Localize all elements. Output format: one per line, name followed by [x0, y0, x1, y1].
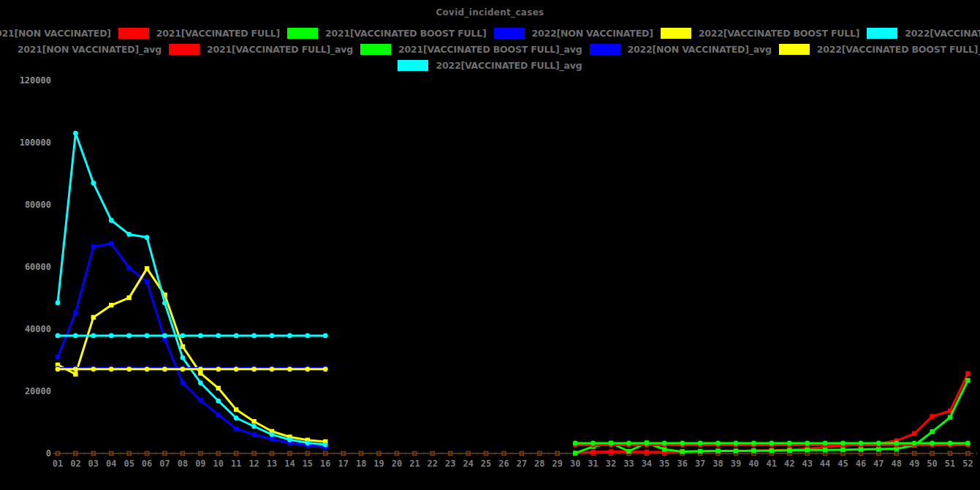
- data-point-marker: [234, 426, 238, 431]
- data-point-marker: [573, 441, 578, 446]
- x-axis-label: 01: [53, 459, 63, 469]
- data-point-marker: [787, 448, 791, 453]
- x-axis-label: 36: [677, 459, 687, 469]
- data-point-marker: [109, 218, 114, 223]
- x-axis-label: 43: [802, 459, 812, 469]
- data-point-marker: [734, 441, 739, 446]
- data-point-marker: [662, 447, 666, 451]
- data-point-marker: [590, 441, 596, 446]
- data-point-marker: [181, 380, 185, 385]
- data-point-marker: [965, 378, 970, 382]
- x-axis-label: 15: [303, 459, 313, 469]
- data-point-marker: [859, 447, 863, 451]
- x-axis-label: 40: [748, 459, 759, 469]
- y-axis-label: 40000: [25, 324, 51, 334]
- data-point-marker: [590, 450, 595, 454]
- x-axis-label: 17: [338, 459, 348, 469]
- data-point-marker: [145, 266, 149, 271]
- x-axis-label: 37: [695, 459, 705, 469]
- x-axis-label: 34: [642, 459, 652, 469]
- data-point-marker: [751, 441, 756, 446]
- x-axis-label: 04: [106, 459, 116, 469]
- data-point-marker: [216, 412, 221, 417]
- data-point-marker: [91, 333, 96, 339]
- x-axis-label: 42: [784, 459, 794, 469]
- data-point-marker: [73, 366, 78, 372]
- x-axis-label: 02: [70, 459, 80, 469]
- x-axis-label: 51: [945, 459, 955, 469]
- x-axis-label: 07: [159, 459, 170, 469]
- data-point-marker: [823, 441, 828, 446]
- x-axis-label: 21: [409, 459, 419, 469]
- data-point-marker: [751, 448, 756, 453]
- x-axis-label: 27: [517, 459, 527, 469]
- data-point-marker: [234, 333, 239, 339]
- data-point-marker: [126, 295, 131, 300]
- data-point-marker: [73, 372, 77, 376]
- x-axis-label: 11: [231, 459, 241, 469]
- data-point-marker: [216, 366, 221, 372]
- data-point-marker: [644, 441, 649, 446]
- x-axis-label: 50: [927, 459, 937, 469]
- x-axis-label: 46: [856, 459, 866, 469]
- data-point-marker: [805, 441, 810, 446]
- x-axis-label: 28: [534, 459, 544, 469]
- data-point-marker: [56, 366, 61, 372]
- y-axis-label: 100000: [20, 137, 51, 148]
- x-axis-label: 19: [373, 459, 384, 469]
- data-point-marker: [930, 429, 934, 434]
- data-point-marker: [270, 432, 275, 437]
- data-point-marker: [770, 448, 774, 453]
- data-point-marker: [251, 333, 257, 339]
- x-axis-label: 41: [767, 459, 777, 469]
- data-point-marker: [234, 407, 238, 412]
- data-point-marker: [91, 315, 96, 320]
- data-point-marker: [698, 441, 703, 446]
- data-point-marker: [181, 344, 185, 349]
- chart-window: Covid_incident_cases 2021[NON VACCINATED…: [0, 0, 980, 490]
- x-axis-label: 09: [195, 459, 205, 469]
- data-point-marker: [698, 449, 702, 453]
- data-point-marker: [216, 386, 221, 391]
- x-axis-label: 22: [428, 459, 438, 469]
- data-point-marker: [930, 414, 934, 418]
- y-axis-label: 60000: [25, 262, 51, 272]
- x-axis: 0102030405060708091011121314151617181920…: [53, 452, 977, 470]
- data-point-marker: [251, 419, 256, 423]
- data-point-marker: [948, 415, 952, 420]
- data-point-marker: [126, 265, 131, 270]
- y-axis-label: 80000: [25, 200, 51, 210]
- x-axis-label: 16: [320, 459, 330, 469]
- data-point-marker: [769, 441, 774, 446]
- x-axis-label: 45: [837, 459, 848, 469]
- data-point-marker: [734, 448, 738, 453]
- data-point-marker: [91, 366, 96, 372]
- data-point-marker: [609, 441, 614, 446]
- data-point-marker: [965, 441, 970, 446]
- data-point-marker: [234, 415, 239, 421]
- data-point-marker: [109, 333, 114, 339]
- data-point-marker: [145, 279, 149, 284]
- data-point-marker: [912, 441, 917, 446]
- data-point-marker: [198, 398, 202, 402]
- chart-canvas: 0200004000060000800001000001200000102030…: [0, 0, 980, 490]
- data-point-marker: [181, 366, 186, 372]
- data-point-marker: [216, 333, 221, 339]
- data-point-marker: [234, 366, 239, 372]
- data-point-marker: [251, 424, 257, 429]
- x-axis-label: 48: [892, 459, 902, 469]
- x-axis-label: 44: [820, 459, 830, 469]
- data-point-marker: [305, 366, 310, 372]
- data-point-marker: [270, 437, 274, 441]
- data-point-marker: [859, 441, 864, 446]
- data-point-marker: [73, 333, 78, 339]
- data-point-marker: [109, 303, 113, 307]
- series-line: [56, 131, 328, 448]
- data-point-marker: [91, 181, 96, 186]
- data-point-marker: [876, 441, 881, 446]
- data-point-marker: [56, 355, 60, 359]
- x-axis-label: 39: [731, 459, 741, 469]
- data-point-marker: [73, 310, 77, 314]
- data-point-marker: [305, 440, 310, 445]
- x-axis-label: 25: [481, 459, 491, 469]
